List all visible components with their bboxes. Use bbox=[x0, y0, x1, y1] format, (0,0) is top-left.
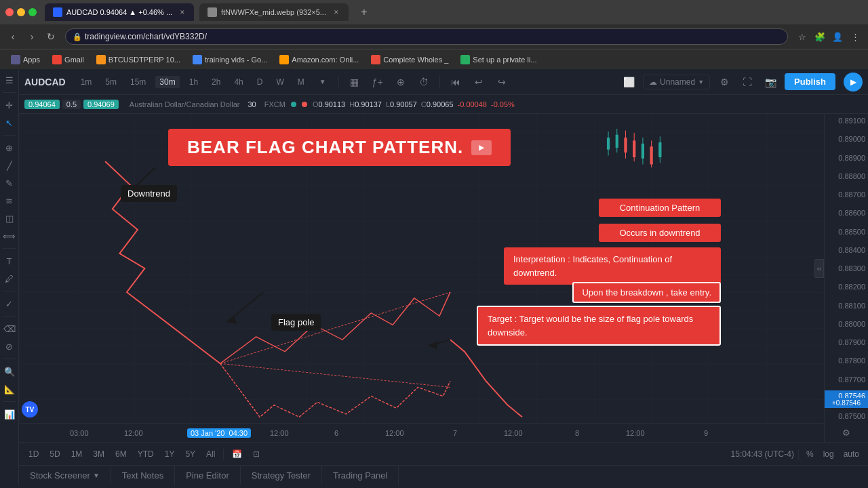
tf-30m[interactable]: 30m bbox=[155, 76, 179, 88]
bookmark-icon[interactable]: ☆ bbox=[795, 29, 810, 44]
extensions-icon[interactable]: 🧩 bbox=[812, 29, 827, 44]
redo-icon[interactable]: ↪ bbox=[493, 73, 511, 91]
ruler-tool-button[interactable]: 📐 bbox=[1, 381, 18, 397]
trading-button[interactable]: 📊 bbox=[1, 406, 18, 422]
bookmark-amazon[interactable]: Amazon.com: Onli... bbox=[274, 54, 364, 66]
undo-icon[interactable]: ↩ bbox=[470, 73, 488, 91]
tab-close-1[interactable]: ✕ bbox=[179, 7, 186, 17]
pattern-tool-button[interactable]: ◫ bbox=[1, 210, 18, 226]
tab-stock-screener[interactable]: Stock Screener ▼ bbox=[19, 466, 111, 485]
publish-button[interactable]: Publish bbox=[785, 73, 835, 90]
compare-icon[interactable]: ⊕ bbox=[392, 73, 410, 91]
browser-tab-2[interactable]: ftNWWFXe_mid.webp (932×5... ✕ bbox=[199, 3, 349, 21]
tf-w[interactable]: W bbox=[272, 76, 288, 88]
forward-button[interactable]: › bbox=[24, 29, 39, 44]
drawing-tools-button[interactable]: ✎ bbox=[1, 175, 18, 191]
tab-strategy-tester[interactable]: Strategy Tester bbox=[241, 466, 322, 485]
close-traffic-light[interactable] bbox=[5, 8, 14, 16]
back-bar-icon[interactable]: ⏮ bbox=[447, 73, 465, 91]
fullscreen-traffic-light[interactable] bbox=[28, 8, 37, 16]
bookmark-btc[interactable]: BTCUSDTPERP 10... bbox=[91, 54, 186, 66]
stock-screener-dropdown-icon[interactable]: ▼ bbox=[93, 472, 100, 479]
tf-1m[interactable]: 1m bbox=[77, 76, 96, 88]
replay-icon[interactable]: ⏱ bbox=[415, 73, 433, 91]
period-1y[interactable]: 1Y bbox=[161, 448, 179, 460]
period-6m[interactable]: 6M bbox=[111, 448, 131, 460]
bookmark-gmail[interactable]: Gmail bbox=[47, 54, 90, 66]
text-tool-button[interactable]: T bbox=[1, 253, 18, 269]
bar-style-icon[interactable]: ▦ bbox=[346, 73, 363, 91]
profile-icon[interactable]: 👤 bbox=[830, 29, 845, 44]
fullscreen-icon[interactable]: ⛶ bbox=[738, 73, 756, 91]
back-button[interactable]: ‹ bbox=[5, 29, 20, 44]
tab-pine-editor[interactable]: Pine Editor bbox=[175, 466, 241, 485]
settings-gear-icon[interactable]: ⚙ bbox=[715, 73, 733, 91]
period-5y[interactable]: 5Y bbox=[181, 448, 199, 460]
tf-2h[interactable]: 2h bbox=[208, 76, 224, 88]
time-axis-settings-icon[interactable]: ⚙ bbox=[842, 428, 850, 438]
crosshair-tool-button[interactable]: ⊕ bbox=[1, 140, 18, 156]
log-button[interactable]: log bbox=[820, 448, 837, 460]
tf-5m[interactable]: 5m bbox=[101, 76, 121, 88]
decimal-price-tag[interactable]: 0.5 bbox=[62, 100, 81, 109]
symbol-name[interactable]: AUDCAD bbox=[24, 77, 66, 87]
more-menu-icon[interactable]: ⋮ bbox=[848, 29, 863, 44]
period-all[interactable]: All bbox=[202, 448, 219, 460]
rectangle-tool-icon[interactable]: ⬜ bbox=[620, 73, 637, 91]
play-button[interactable]: ▶ bbox=[844, 73, 863, 92]
period-1m[interactable]: 1M bbox=[67, 448, 87, 460]
bookmark-apps[interactable]: Apps bbox=[5, 54, 45, 66]
percent-button[interactable]: % bbox=[803, 448, 817, 460]
tab-favicon-2 bbox=[208, 7, 217, 17]
unnamed-strategy-button[interactable]: ☁ Unnamed ▼ bbox=[643, 75, 710, 89]
add-indicator-icon[interactable]: ƒ+ bbox=[369, 73, 387, 91]
period-5d[interactable]: 5D bbox=[45, 448, 64, 460]
current-price-tag-2[interactable]: 0.94069 bbox=[83, 100, 119, 109]
bookmark-favicon-training bbox=[193, 55, 202, 64]
bookmark-setup[interactable]: Set up a private li... bbox=[455, 54, 542, 66]
cursor-tool-button[interactable]: ✛ bbox=[1, 97, 18, 113]
browser-tab-active[interactable]: AUDCAD 0.94064 ▲ +0.46% ... ✕ bbox=[45, 3, 194, 21]
reset-view-btn[interactable]: ⊡ bbox=[249, 448, 264, 460]
fib-tool-button[interactable]: ≋ bbox=[1, 192, 18, 209]
snapshot-icon[interactable]: 📷 bbox=[762, 73, 779, 91]
calendar-icon-btn[interactable]: 📅 bbox=[228, 448, 246, 460]
current-price-tag-1[interactable]: 0.94064 bbox=[24, 100, 60, 109]
tab-text-notes[interactable]: Text Notes bbox=[111, 466, 175, 485]
eraser-tool-button[interactable]: ⌫ bbox=[1, 321, 18, 337]
auto-button[interactable]: auto bbox=[840, 448, 863, 460]
bookmark-complete[interactable]: Complete Wholes _ bbox=[366, 54, 454, 66]
tf-4h[interactable]: 4h bbox=[230, 76, 247, 88]
note-tool-button[interactable]: 🖊 bbox=[1, 270, 18, 287]
time-marker-label: 03 Jan '20 04:30 bbox=[187, 428, 251, 438]
minimize-traffic-light[interactable] bbox=[17, 8, 25, 16]
timeframe-more-icon[interactable]: ▼ bbox=[314, 73, 332, 91]
chart-main[interactable]: BEAR FLAG CHART PATTERN. ▶ Downtrend Fla… bbox=[19, 114, 824, 423]
line-tool-button[interactable]: ╱ bbox=[1, 157, 18, 174]
address-bar[interactable]: 🔒 tradingview.com/chart/vdYB332D/ bbox=[65, 28, 788, 45]
menu-hamburger-button[interactable]: ☰ bbox=[1, 72, 18, 88]
tab-close-2[interactable]: ✕ bbox=[333, 7, 340, 17]
check-mark-button[interactable]: ✓ bbox=[1, 296, 18, 312]
bookmark-label-amazon: Amazon.com: Onli... bbox=[292, 56, 359, 64]
tf-m[interactable]: M bbox=[294, 76, 309, 88]
measure-tool-button[interactable]: ⟺ bbox=[1, 228, 18, 244]
bookmark-training[interactable]: training vids - Go... bbox=[187, 54, 273, 66]
toolbar-sep-1 bbox=[3, 92, 16, 93]
time-axis-right: ⚙ bbox=[824, 423, 868, 442]
period-1d[interactable]: 1D bbox=[24, 448, 43, 460]
period-ytd[interactable]: YTD bbox=[134, 448, 158, 460]
cloud-icon: ☁ bbox=[649, 77, 657, 87]
arrow-tool-button[interactable]: ↖ bbox=[1, 115, 18, 131]
tf-1h[interactable]: 1h bbox=[185, 76, 202, 88]
tf-d[interactable]: D bbox=[253, 76, 267, 88]
new-tab-button[interactable]: + bbox=[357, 5, 372, 20]
status-dot-green bbox=[291, 102, 296, 107]
refresh-button[interactable]: ↻ bbox=[43, 29, 58, 44]
magnet-tool-button[interactable]: ⊘ bbox=[1, 338, 18, 354]
tab-trading-panel[interactable]: Trading Panel bbox=[322, 466, 399, 485]
zoom-tool-button[interactable]: 🔍 bbox=[1, 363, 18, 380]
period-3m[interactable]: 3M bbox=[89, 448, 108, 460]
tf-15m[interactable]: 15m bbox=[126, 76, 150, 88]
chart-container: AUDCAD 1m 5m 15m 30m 1h 2h 4h D W M ▼ ▦ … bbox=[19, 69, 868, 485]
